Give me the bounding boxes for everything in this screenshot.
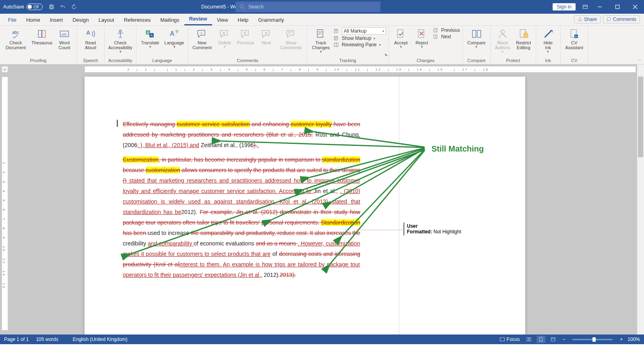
status-bar: Page 1 of 1 105 words English (United Ki… bbox=[0, 335, 644, 344]
svg-rect-25 bbox=[434, 28, 437, 32]
sign-in-button[interactable]: Sign in bbox=[553, 3, 576, 10]
language-indicator[interactable]: English (United Kingdom) bbox=[73, 337, 128, 342]
thesaurus-button[interactable]: Thesaurus bbox=[31, 27, 53, 45]
undo-icon[interactable] bbox=[57, 1, 68, 12]
svg-text:字: 字 bbox=[175, 30, 179, 34]
reviewing-pane-button[interactable]: Reviewing Pane▾ bbox=[334, 42, 386, 48]
search-icon bbox=[239, 4, 245, 10]
comment-author: User bbox=[407, 223, 506, 229]
redo-icon[interactable] bbox=[68, 1, 80, 12]
group-label: Proofing bbox=[2, 57, 74, 64]
title-bar: AutoSave Off Document5 - Word Search Sig… bbox=[0, 0, 644, 14]
save-icon[interactable] bbox=[46, 1, 57, 12]
svg-rect-49 bbox=[551, 338, 555, 341]
reject-button[interactable]: Reject▾ bbox=[412, 27, 431, 49]
close-button[interactable] bbox=[626, 0, 644, 14]
tab-mailings[interactable]: Mailings bbox=[155, 15, 184, 25]
zoom-in-button[interactable]: + bbox=[618, 336, 624, 343]
word-count-indicator[interactable]: 105 words bbox=[36, 337, 58, 342]
comments-button[interactable]: Comments bbox=[603, 15, 640, 23]
print-layout-icon[interactable] bbox=[537, 336, 545, 343]
word-count-button[interactable]: 123Word Count bbox=[55, 27, 74, 50]
tab-references[interactable]: References bbox=[119, 15, 155, 25]
show-markup-button[interactable]: Show Markup▾ bbox=[334, 35, 386, 41]
translate-button[interactable]: あATranslate▾ bbox=[139, 27, 161, 49]
tab-design[interactable]: Design bbox=[68, 15, 93, 25]
check-accessibility-button[interactable]: Check Accessibility▾ bbox=[107, 27, 134, 54]
autosave-toggle[interactable]: AutoSave Off bbox=[0, 4, 46, 10]
zoom-level[interactable]: 100% bbox=[627, 337, 640, 342]
tab-view[interactable]: View bbox=[212, 15, 233, 25]
web-layout-icon[interactable] bbox=[549, 336, 557, 343]
svg-text:in: in bbox=[575, 35, 577, 38]
collapse-ribbon-icon[interactable]: ︿ bbox=[638, 57, 642, 62]
group-accessibility: Check Accessibility▾ Accessibility bbox=[105, 26, 136, 64]
paragraph-2: Customization, in particular, has become… bbox=[123, 154, 360, 280]
zoom-slider[interactable] bbox=[572, 339, 613, 340]
accept-button[interactable]: Accept▾ bbox=[391, 27, 411, 49]
ribbon-display-icon[interactable] bbox=[580, 1, 591, 12]
compare-button[interactable]: Compare▾ bbox=[465, 27, 488, 49]
group-ink: Hide Ink▾ Ink bbox=[536, 26, 561, 64]
markup-mode-select[interactable]: All Markup▾ bbox=[334, 27, 386, 35]
next-comment-button: Next bbox=[257, 27, 276, 45]
tab-review[interactable]: Review bbox=[184, 13, 212, 25]
group-protect: Block Authors▾ Restrict Editing Protect bbox=[491, 26, 536, 64]
read-mode-icon[interactable] bbox=[524, 336, 533, 343]
margin-boundary bbox=[399, 77, 399, 335]
autosave-label: AutoSave bbox=[3, 4, 24, 10]
group-compare: Compare▾ Compare bbox=[463, 26, 491, 64]
check-document-button[interactable]: abcCheck Document bbox=[2, 27, 29, 50]
autosave-switch[interactable]: Off bbox=[27, 4, 43, 10]
svg-text:abc: abc bbox=[12, 30, 19, 35]
tab-layout[interactable]: Layout bbox=[94, 15, 119, 25]
restrict-editing-button[interactable]: Restrict Editing bbox=[514, 27, 533, 50]
previous-comment-button: Previous bbox=[236, 27, 255, 45]
group-language: あATranslate▾ A字Language▾ Language bbox=[136, 26, 188, 64]
svg-rect-2 bbox=[50, 7, 53, 9]
focus-mode-button[interactable]: Focus bbox=[498, 336, 522, 343]
tab-grammarly[interactable]: Grammarly bbox=[253, 15, 289, 25]
maximize-button[interactable] bbox=[609, 0, 626, 14]
vertical-ruler[interactable]: · 1 · 2 · 3 · 4 · 5 · 6 · 7 · 8 · 9 · 10… bbox=[2, 77, 8, 330]
svg-rect-7 bbox=[38, 30, 41, 37]
search-placeholder: Search bbox=[248, 4, 264, 10]
previous-change-button[interactable]: Previous bbox=[433, 27, 460, 33]
cv-assistant-button[interactable]: inCV Assistant bbox=[563, 27, 586, 50]
svg-point-29 bbox=[501, 30, 504, 33]
svg-rect-27 bbox=[472, 30, 476, 37]
paragraph-1: Effectively managing customer service sa… bbox=[123, 119, 360, 150]
page[interactable]: Effectively managing customer service sa… bbox=[85, 77, 525, 335]
track-changes-button[interactable]: Track Changes▾ bbox=[310, 27, 332, 54]
group-cv: inCV Assistant CV bbox=[561, 26, 588, 64]
search-box[interactable]: Search bbox=[235, 2, 380, 12]
scroll-thumb[interactable] bbox=[638, 77, 643, 157]
ruler-corner[interactable]: ⌐ bbox=[2, 66, 8, 73]
read-aloud-button[interactable]: ARead Aloud bbox=[79, 27, 102, 50]
svg-text:A: A bbox=[87, 29, 91, 36]
minimize-button[interactable] bbox=[591, 0, 609, 14]
group-changes: Accept▾ Reject▾ Previous Next Changes bbox=[389, 26, 463, 64]
group-proofing: abcCheck Document Thesaurus 123Word Coun… bbox=[0, 26, 77, 64]
hide-ink-button[interactable]: Hide Ink▾ bbox=[539, 27, 558, 54]
svg-text:あ: あ bbox=[147, 31, 150, 34]
page-indicator[interactable]: Page 1 of 1 bbox=[4, 337, 29, 342]
document-content[interactable]: Effectively managing customer service sa… bbox=[123, 119, 360, 284]
tracking-dialog-launcher[interactable]: ⬊ bbox=[384, 53, 388, 57]
group-tracking: Track Changes▾ All Markup▾ Show Markup▾ … bbox=[307, 26, 389, 64]
ribbon: abcCheck Document Thesaurus 123Word Coun… bbox=[0, 26, 644, 64]
vertical-scrollbar[interactable] bbox=[637, 64, 644, 335]
tab-file[interactable]: File bbox=[3, 15, 21, 25]
svg-point-3 bbox=[240, 5, 244, 8]
tab-insert[interactable]: Insert bbox=[45, 15, 68, 25]
tab-home[interactable]: Home bbox=[21, 15, 45, 25]
next-change-button[interactable]: Next bbox=[433, 34, 460, 39]
tab-help[interactable]: Help bbox=[233, 15, 254, 25]
new-comment-button[interactable]: New Comment bbox=[191, 27, 213, 50]
horizontal-ruler[interactable]: · 2 · | · 1 · | · · | · 1 · | · 2 · | · … bbox=[85, 66, 636, 73]
comment-connector bbox=[356, 230, 402, 230]
share-button[interactable]: Share bbox=[574, 15, 601, 23]
revision-balloon[interactable]: User Formatted: Not Highlight bbox=[403, 222, 508, 235]
language-button[interactable]: A字Language▾ bbox=[163, 27, 186, 49]
zoom-out-button[interactable]: − bbox=[561, 336, 567, 343]
